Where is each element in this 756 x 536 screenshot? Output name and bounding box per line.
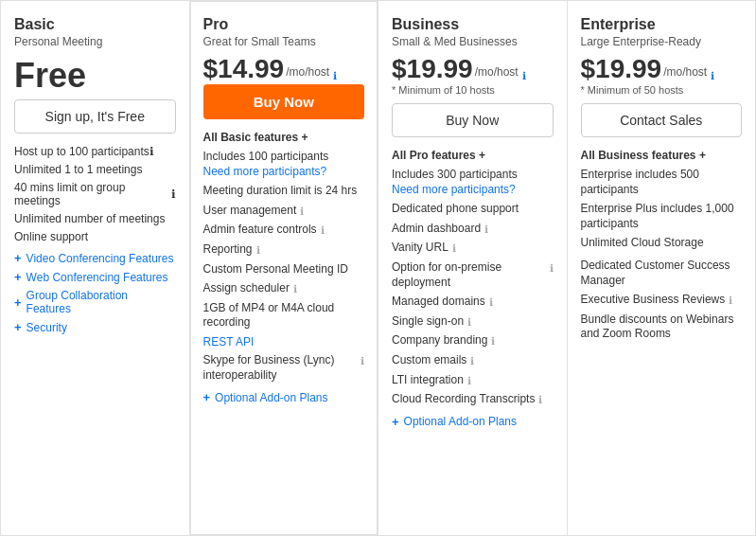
expand-web-conferencing[interactable]: + Web Conferencing Features bbox=[14, 270, 176, 284]
pro-feature-user-mgmt: User management ℹ bbox=[203, 204, 365, 219]
business-feature-dashboard: Admin dashboard ℹ bbox=[392, 222, 554, 237]
business-cta-button[interactable]: Buy Now bbox=[392, 103, 554, 137]
pro-feature-admin-controls: Admin feature controls ℹ bbox=[203, 223, 365, 238]
plan-business: Business Small & Med Businesses $19.99 /… bbox=[378, 1, 568, 535]
expand-security-label: Security bbox=[26, 321, 67, 334]
basic-feature-2: Unlimited 1 to 1 meetings bbox=[14, 163, 176, 176]
plan-pro-price: $14.99 bbox=[203, 56, 285, 82]
expand-video-conferencing[interactable]: + Video Conferencing Features bbox=[14, 251, 176, 265]
basic-feature-4: Unlimited number of meetings bbox=[14, 212, 176, 225]
pro-addon-label: Optional Add-on Plans bbox=[215, 391, 327, 404]
pro-feature-custom-id: Custom Personal Meeting ID bbox=[203, 262, 365, 277]
pro-feature-cloud: 1GB of MP4 or M4A cloud recording bbox=[203, 301, 365, 331]
info-icon: ℹ bbox=[484, 223, 488, 236]
enterprise-cta-button[interactable]: Contact Sales bbox=[581, 103, 743, 137]
plan-pro-info-icon: ℹ bbox=[333, 70, 337, 82]
plan-business-note: * Minimum of 10 hosts bbox=[392, 84, 554, 96]
plan-basic: Basic Personal Meeting Free Sign up, It'… bbox=[1, 1, 190, 535]
business-feature-participants: Includes 300 participantsNeed more parti… bbox=[392, 168, 554, 197]
business-feature-emails: Custom emails ℹ bbox=[392, 353, 554, 368]
plan-basic-tagline: Personal Meeting bbox=[14, 35, 176, 48]
pro-cta-button[interactable]: Buy Now bbox=[203, 84, 365, 119]
info-icon: ℹ bbox=[452, 241, 456, 255]
info-icon: ℹ bbox=[489, 295, 493, 309]
pro-feature-participants: Includes 100 participantsNeed more parti… bbox=[203, 150, 365, 179]
business-addon-label: Optional Add-on Plans bbox=[404, 415, 517, 428]
expand-group-label: Group Collaboration Features bbox=[26, 289, 176, 315]
info-icon: ℹ bbox=[300, 205, 304, 218]
expand-web-label: Web Conferencing Features bbox=[26, 271, 168, 284]
info-icon: ℹ bbox=[256, 243, 260, 257]
enterprise-feature-500: Enterprise includes 500 participants bbox=[581, 168, 743, 197]
plan-pro-price-mo: /mo/host bbox=[286, 65, 329, 79]
plan-business-price-row: $19.99 /mo/host ℹ bbox=[392, 56, 554, 82]
info-icon: ℹ bbox=[491, 334, 495, 348]
plan-enterprise-price: $19.99 bbox=[581, 56, 662, 82]
basic-feature-1: Host up to 100 participants ℹ bbox=[14, 145, 176, 158]
business-participants-link[interactable]: Need more participants? bbox=[392, 183, 516, 196]
expand-security[interactable]: + Security bbox=[14, 320, 176, 334]
pro-rest-api-link[interactable]: REST API bbox=[203, 335, 365, 348]
pro-participants-link[interactable]: Need more participants? bbox=[203, 165, 327, 178]
plan-enterprise-price-mo: /mo/host bbox=[663, 65, 707, 79]
plan-business-info-icon: ℹ bbox=[522, 70, 526, 82]
business-feature-sso: Single sign-on ℹ bbox=[392, 314, 554, 330]
expand-plus-icon: + bbox=[14, 251, 22, 265]
addon-plus-icon: + bbox=[392, 415, 399, 429]
info-icon: ℹ bbox=[538, 393, 542, 406]
business-feature-transcripts: Cloud Recording Transcripts ℹ bbox=[392, 392, 554, 407]
plan-business-price: $19.99 bbox=[392, 56, 473, 82]
plan-enterprise-info-icon: ℹ bbox=[711, 70, 714, 82]
info-icon: ℹ bbox=[467, 315, 471, 329]
plan-business-price-mo: /mo/host bbox=[475, 65, 519, 79]
info-icon: ℹ bbox=[360, 354, 364, 367]
enterprise-feature-1000: Enterprise Plus includes 1,000 participa… bbox=[581, 202, 743, 231]
pro-feature-duration: Meeting duration limit is 24 hrs bbox=[203, 184, 365, 199]
info-icon: ℹ bbox=[171, 188, 176, 201]
expand-plus-icon: + bbox=[14, 320, 22, 334]
pro-features-header: All Basic features + bbox=[203, 131, 365, 144]
info-icon: ℹ bbox=[550, 261, 554, 275]
info-icon: ℹ bbox=[149, 145, 154, 158]
business-feature-phone: Dedicated phone support bbox=[392, 202, 554, 217]
basic-cta-button[interactable]: Sign up, It's Free bbox=[14, 99, 176, 134]
info-icon: ℹ bbox=[729, 294, 732, 307]
plan-enterprise-note: * Minimum of 50 hosts bbox=[581, 84, 743, 96]
expand-group-collaboration[interactable]: + Group Collaboration Features bbox=[14, 289, 176, 315]
business-addon-row[interactable]: + Optional Add-on Plans bbox=[392, 415, 554, 429]
info-icon: ℹ bbox=[321, 223, 325, 237]
expand-plus-icon: + bbox=[14, 270, 22, 284]
enterprise-features-header: All Business features + bbox=[581, 149, 743, 162]
plan-enterprise-tagline: Large Enterprise-Ready bbox=[581, 35, 743, 48]
plan-pro-name: Pro bbox=[203, 16, 365, 33]
plan-basic-name: Basic bbox=[14, 16, 176, 33]
pro-feature-skype: Skype for Business (Lync) interoperabili… bbox=[203, 353, 365, 383]
business-feature-premise: Option for on-premise deployment ℹ bbox=[392, 260, 554, 290]
enterprise-feature-storage: Unlimited Cloud Storage bbox=[581, 236, 743, 251]
business-feature-vanity: Vanity URL ℹ bbox=[392, 241, 554, 256]
pricing-table: Basic Personal Meeting Free Sign up, It'… bbox=[0, 0, 756, 536]
info-icon: ℹ bbox=[467, 374, 471, 387]
basic-feature-3: 40 mins limit on group meetings ℹ bbox=[14, 181, 176, 207]
addon-plus-icon: + bbox=[203, 390, 211, 404]
business-feature-lti: LTI integration ℹ bbox=[392, 373, 554, 388]
plan-pro-tagline: Great for Small Teams bbox=[203, 35, 365, 48]
enterprise-feature-csm: Dedicated Customer Success Manager bbox=[581, 259, 743, 288]
expand-video-label: Video Conferencing Features bbox=[26, 252, 174, 265]
plan-enterprise-price-row: $19.99 /mo/host ℹ bbox=[581, 56, 743, 82]
info-icon: ℹ bbox=[293, 282, 297, 295]
plan-business-name: Business bbox=[392, 16, 554, 33]
pro-feature-scheduler: Assign scheduler ℹ bbox=[203, 281, 365, 296]
plan-pro-price-row: $14.99 /mo/host ℹ bbox=[203, 56, 365, 82]
plan-enterprise-name: Enterprise bbox=[581, 16, 743, 33]
plan-enterprise: Enterprise Large Enterprise-Ready $19.99… bbox=[568, 1, 756, 535]
business-feature-branding: Company branding ℹ bbox=[392, 333, 554, 348]
enterprise-feature-bundles: Bundle discounts on Webinars and Zoom Ro… bbox=[581, 313, 743, 342]
plan-business-tagline: Small & Med Businesses bbox=[392, 35, 554, 48]
business-features-header: All Pro features + bbox=[392, 149, 554, 162]
pro-addon-row[interactable]: + Optional Add-on Plans bbox=[203, 390, 365, 404]
enterprise-feature-reviews: Executive Business Reviews ℹ bbox=[581, 293, 743, 308]
info-icon: ℹ bbox=[470, 354, 474, 367]
plan-pro: Pro Great for Small Teams $14.99 /mo/hos… bbox=[190, 1, 379, 535]
expand-plus-icon: + bbox=[14, 295, 22, 310]
